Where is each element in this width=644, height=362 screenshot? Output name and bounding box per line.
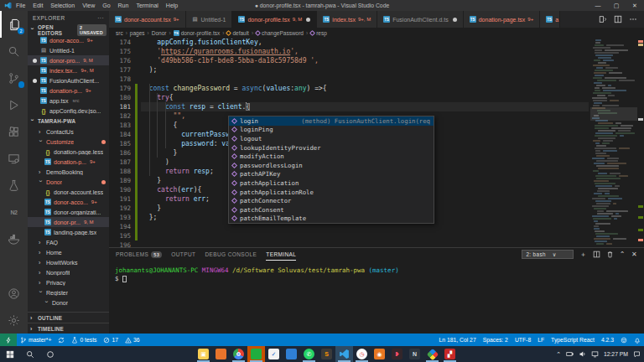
tab-untitled-1[interactable]: ▤Untitled-1 [186,11,233,28]
timeline-header[interactable]: ›TIMELINE [28,323,109,334]
network-icon[interactable] [591,350,599,358]
activity-search-icon[interactable] [0,38,28,65]
taskbar-app-vscode[interactable] [335,346,353,362]
tab-donation-page-tsx[interactable]: TSdonation-page.tsx9+ [464,11,541,28]
project-header[interactable]: › TAMRAH-PWA [28,116,109,127]
status-bell[interactable] [631,334,644,346]
panel-tab-output[interactable]: OUTPUT [171,248,195,261]
close-button[interactable]: ✕ [626,0,644,11]
breadcrumb-item[interactable]: TSdonor-profile.tsx [174,30,221,36]
status-branch[interactable]: master*+ [17,334,55,346]
activity-settings-icon[interactable] [0,307,28,334]
tree-file[interactable]: TSdonation-p...9+ [28,157,109,167]
activity-extensions-icon[interactable] [0,118,28,145]
suggestion-item[interactable]: patchConnector [229,196,434,205]
taskbar-app-red-blue-app[interactable]: ▞ [441,346,459,362]
taskbar-app-clock-app[interactable]: ◷ [353,346,371,362]
menu-help[interactable]: Help [166,3,178,8]
open-editor-item[interactable]: ▤Untitled-1 [28,45,109,55]
open-editor-item[interactable]: TSindex.tsx...9+, M [28,65,109,75]
tree-file[interactable]: {}donor-account.less [28,187,109,197]
activity-explorer-icon[interactable]: 2 [0,11,28,38]
close-panel-icon[interactable]: ✕ [631,251,637,258]
tree-folder[interactable]: ›Donor [28,297,109,308]
suggestion-item[interactable]: patchAPIKey [229,170,434,179]
taskbar-app-file-explorer[interactable]: ▣ [195,346,212,362]
open-editor-item[interactable]: TSFusionAuthClient... [28,75,109,85]
tree-folder[interactable]: ›Nonprofit [28,267,109,277]
menu-edit[interactable]: Edit [33,3,43,8]
panel-tab-terminal[interactable]: TERMINAL [266,248,296,261]
tree-folder[interactable]: ›Customize [28,137,109,147]
activity-remote-explorer-icon[interactable] [0,145,28,172]
status-utf-8[interactable]: UTF-8 [512,334,534,346]
taskbar-app-pink-app[interactable]: ❥ [388,346,406,362]
tree-file[interactable]: TSdonor-organizati... [28,207,109,217]
taskbar-app-green-messenger-app[interactable] [247,346,265,362]
panel-tab-problems[interactable]: PROBLEMS53 [116,248,162,261]
maximize-panel-icon[interactable]: ⌃ [620,251,626,258]
menu-file[interactable]: File [16,3,25,8]
status-4-2-3[interactable]: 4.2.3 [598,334,617,346]
taskbar-app-notepad-app[interactable]: N [406,346,423,362]
tree-folder[interactable]: ›HowItWorks [28,257,109,267]
tree-folder[interactable]: ›DemoBooking [28,167,109,177]
tab-a[interactable]: TSa [540,11,560,28]
tree-folder[interactable]: ›ContactUs [28,127,109,137]
breadcrumb-item[interactable]: pages [130,30,145,36]
tree-file[interactable]: TSdonor-pr...9, M [28,217,109,227]
activity-run-debug-icon[interactable] [0,91,28,118]
status-feedback[interactable] [617,334,631,346]
suggestion-item[interactable]: logout [229,134,434,143]
taskbar-app-blue-window-app[interactable] [283,346,300,362]
open-editor-item[interactable]: TSdonation-p...9+ [28,85,109,96]
open-editors-header[interactable]: › OPEN EDITORS 2 UNSAVED [28,24,109,35]
tree-file[interactable]: TSdonor-acco...9+ [28,197,109,207]
more-actions-icon[interactable] [629,12,637,27]
menu-go[interactable]: Go [102,3,110,8]
hidden-icons-chevron[interactable]: ⌃ [556,351,561,358]
open-editor-item[interactable]: TSdonor-acco...9+ [28,35,109,45]
open-changes-icon[interactable] [599,12,607,27]
status-error[interactable]: 17 [100,334,122,346]
activity-account-icon[interactable] [0,280,28,307]
split-terminal-icon[interactable] [593,251,600,259]
terminal-picker[interactable]: 2: bash∨ [522,250,574,259]
suggestion-item[interactable]: passwordlessLogin [229,161,434,170]
open-editor-item[interactable]: {}appConfig.dev.jso... [28,106,109,116]
taskbar-clock[interactable]: 12:27 PM [604,351,628,357]
breadcrumb-item[interactable]: default [226,30,249,36]
cortana-icon[interactable] [40,346,60,362]
tree-folder[interactable]: ›Privacy [28,277,109,287]
suggestion-item[interactable]: lookupIdentityProvider [229,143,434,153]
battery-icon[interactable] [566,350,574,358]
maximize-button[interactable]: ▢ [607,0,626,11]
status-typescript-react[interactable]: TypeScript React [548,334,598,346]
tab-index-tsx[interactable]: TSindex.tsx9+, M [317,11,377,28]
suggestion-item[interactable]: loginPing [229,126,434,135]
taskbar-app-diamond-app[interactable] [423,346,441,362]
tree-folder[interactable]: ›FAQ [28,237,109,247]
tree-folder[interactable]: ›Home [28,247,109,257]
tree-file[interactable]: TSlanding-page.tsx [28,227,109,237]
suggestion-item[interactable]: patchEmailTemplate [229,215,434,224]
open-editor-item[interactable]: TSapp.tsxsrc [28,96,109,106]
tab-fusionauthclient-d-ts[interactable]: TSFusionAuthClient.d.ts [377,11,464,28]
tree-folder[interactable]: ›Register [28,287,109,297]
breadcrumb-item[interactable]: Donor [152,30,167,36]
open-editor-item[interactable]: TSdonor-pro...9, M [28,55,109,65]
volume-icon[interactable] [579,350,586,358]
menu-run[interactable]: Run [118,3,129,8]
panel-tab-debug-console[interactable]: DEBUG CONSOLE [205,248,257,261]
status-spaces--2[interactable]: Spaces: 2 [480,334,512,346]
taskbar-search-icon[interactable] [20,346,40,362]
split-editor-icon[interactable] [614,12,622,27]
taskbar-app-orange-s-app[interactable]: S [318,346,335,362]
breadcrumb-item[interactable]: src [116,30,123,36]
new-terminal-icon[interactable]: ＋ [579,251,586,258]
taskbar-app-orange-box-app[interactable]: ◉ [371,346,388,362]
activity-n2-icon[interactable]: N2 [0,199,28,225]
status-sync[interactable] [55,334,68,346]
outline-header[interactable]: ›OUTLINE [28,312,109,323]
status-lf[interactable]: LF [534,334,548,346]
